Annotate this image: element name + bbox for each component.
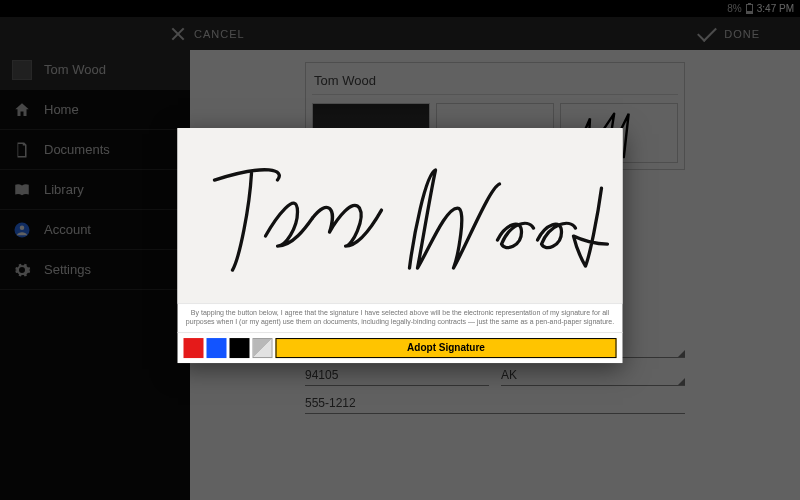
signature-canvas[interactable]: [178, 128, 623, 303]
eraser-icon[interactable]: [253, 338, 273, 358]
color-black[interactable]: [230, 338, 250, 358]
signature-toolbar: Adopt Signature: [178, 333, 623, 363]
signature-dialog: By tapping the button below, I agree tha…: [178, 128, 623, 363]
color-red[interactable]: [184, 338, 204, 358]
signature-stroke: [178, 128, 623, 303]
color-blue[interactable]: [207, 338, 227, 358]
adopt-signature-button[interactable]: Adopt Signature: [276, 338, 617, 358]
signature-disclaimer: By tapping the button below, I agree tha…: [178, 303, 623, 333]
adopt-label: Adopt Signature: [407, 342, 485, 353]
